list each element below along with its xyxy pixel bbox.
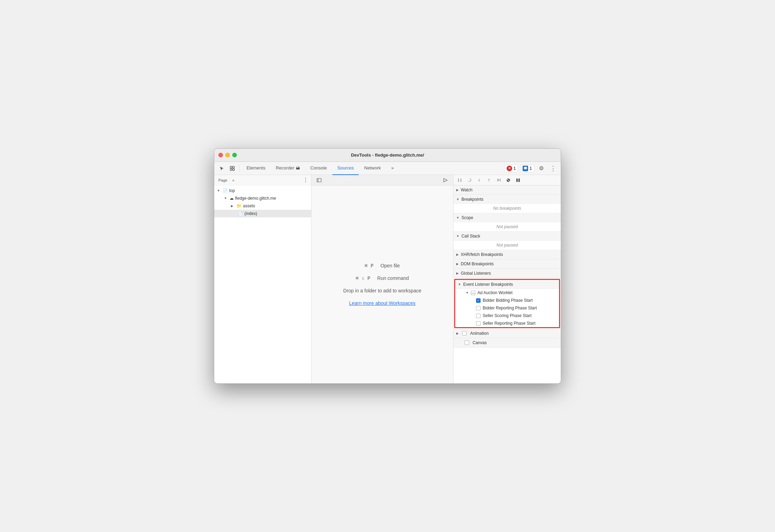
watch-section: ▶ Watch bbox=[453, 185, 561, 195]
breakpoints-arrow: ▼ bbox=[456, 198, 459, 201]
open-file-label: Open file bbox=[381, 263, 400, 268]
folder-icon-top: 📄 bbox=[223, 188, 228, 193]
maximize-button[interactable] bbox=[232, 153, 237, 157]
call-stack-arrow: ▼ bbox=[456, 234, 459, 238]
animation-checkbox[interactable] bbox=[462, 331, 467, 335]
message-icon: 💬 bbox=[523, 166, 528, 171]
pause-button[interactable] bbox=[456, 176, 464, 184]
settings-button[interactable]: ⚙ bbox=[536, 164, 546, 173]
step-into-button[interactable] bbox=[475, 176, 483, 184]
tab-elements[interactable]: Elements bbox=[242, 162, 270, 175]
step-out-icon bbox=[487, 178, 491, 182]
watch-arrow: ▶ bbox=[456, 188, 459, 192]
panel-more-options[interactable]: ⋮ bbox=[303, 177, 308, 183]
svg-rect-19 bbox=[516, 178, 518, 182]
seller-scoring-checkbox[interactable] bbox=[476, 314, 481, 318]
bidder-bidding-checkbox[interactable] bbox=[476, 298, 481, 303]
breakpoints-icon bbox=[506, 178, 511, 183]
sidebar-toggle-button[interactable] bbox=[314, 176, 324, 184]
tree-item-label-assets: assets bbox=[243, 203, 255, 208]
animation-section: ▶ Animation bbox=[453, 329, 561, 338]
main-area: Page » ⋮ ▼ 📄 top ▼ ☁ fledge-demo.glitch.… bbox=[214, 175, 561, 383]
error-badge-button[interactable]: ✕ 1 bbox=[504, 165, 518, 172]
xhr-section-header[interactable]: ▶ XHR/fetch Breakpoints bbox=[453, 250, 561, 259]
step-over-button[interactable] bbox=[465, 176, 474, 184]
animation-section-header[interactable]: ▶ Animation bbox=[453, 329, 561, 338]
page-more-icon[interactable]: » bbox=[231, 177, 236, 183]
bidder-bidding-item[interactable]: Bidder Bidding Phase Start bbox=[455, 297, 559, 304]
breakpoints-section-header[interactable]: ▼ Breakpoints bbox=[453, 195, 561, 204]
step-out-button[interactable] bbox=[485, 176, 493, 184]
call-stack-content: Not paused bbox=[453, 241, 561, 250]
tab-recorder[interactable]: Recorder 🏔 bbox=[271, 162, 305, 175]
bidder-reporting-checkbox[interactable] bbox=[476, 306, 481, 310]
ad-auction-checkbox[interactable]: — bbox=[471, 291, 475, 295]
right-panel-body: ▶ Watch ▼ Breakpoints No breakpoints bbox=[453, 185, 561, 383]
tab-console[interactable]: Console bbox=[306, 162, 332, 175]
svg-rect-0 bbox=[230, 166, 232, 168]
tree-item-index[interactable]: 📄 (index) bbox=[214, 210, 311, 217]
event-listener-section-header[interactable]: ▼ Event Listener Breakpoints bbox=[455, 280, 559, 289]
more-options-button[interactable]: ⋮ bbox=[548, 164, 558, 173]
workspace-link[interactable]: Learn more about Workspaces bbox=[349, 300, 415, 306]
format-button[interactable] bbox=[441, 176, 450, 184]
debugger-toolbar bbox=[453, 175, 561, 185]
scope-section: ▼ Scope Not paused bbox=[453, 213, 561, 232]
ad-auction-worklet-header[interactable]: ▼ — Ad Auction Worklet bbox=[455, 289, 559, 297]
minimize-button[interactable] bbox=[225, 153, 230, 157]
canvas-checkbox[interactable] bbox=[465, 340, 469, 345]
inspect-icon bbox=[230, 166, 235, 171]
seller-reporting-checkbox[interactable] bbox=[476, 321, 481, 326]
bidder-reporting-item[interactable]: Bidder Reporting Phase Start bbox=[455, 304, 559, 312]
cursor-tool-button[interactable] bbox=[217, 164, 227, 173]
seller-reporting-item[interactable]: Seller Reporting Phase Start bbox=[455, 319, 559, 327]
seller-scoring-item[interactable]: Seller Scoring Phase Start bbox=[455, 312, 559, 319]
call-stack-section-header[interactable]: ▼ Call Stack bbox=[453, 232, 561, 241]
tree-item-domain[interactable]: ▼ ☁ fledge-demo.glitch.me bbox=[214, 194, 311, 202]
right-panel: ▶ Watch ▼ Breakpoints No breakpoints bbox=[453, 175, 561, 383]
format-icon bbox=[443, 178, 448, 183]
bidder-reporting-label: Bidder Reporting Phase Start bbox=[483, 306, 537, 310]
canvas-section-header[interactable]: Canvas bbox=[453, 338, 561, 347]
step-into-icon bbox=[477, 178, 481, 182]
run-command-key: ⌘ ⇧ P bbox=[356, 275, 370, 281]
left-panel: Page » ⋮ ▼ 📄 top ▼ ☁ fledge-demo.glitch.… bbox=[214, 175, 311, 383]
scope-content: Not paused bbox=[453, 222, 561, 231]
close-button[interactable] bbox=[218, 153, 223, 157]
tree-item-top[interactable]: ▼ 📄 top bbox=[214, 187, 311, 194]
canvas-label: Canvas bbox=[473, 340, 487, 345]
tab-network[interactable]: Network bbox=[359, 162, 386, 175]
inspect-button[interactable] bbox=[227, 164, 237, 173]
pause-exceptions-icon bbox=[516, 178, 520, 183]
deactivate-breakpoints-button[interactable] bbox=[504, 176, 512, 184]
cursor-icon bbox=[219, 166, 224, 171]
window-title: DevTools - fledge-demo.glitch.me/ bbox=[351, 152, 424, 158]
message-badge-button[interactable]: 💬 1 bbox=[520, 165, 534, 172]
canvas-section: Canvas bbox=[453, 338, 561, 348]
ad-auction-arrow: ▼ bbox=[466, 291, 469, 294]
xhr-label: XHR/fetch Breakpoints bbox=[461, 252, 503, 257]
breakpoints-label: Breakpoints bbox=[461, 197, 483, 202]
dom-section-header[interactable]: ▶ DOM Breakpoints bbox=[453, 259, 561, 268]
tab-more[interactable]: » bbox=[386, 162, 399, 175]
call-stack-section: ▼ Call Stack Not paused bbox=[453, 232, 561, 250]
pause-on-exceptions-button[interactable] bbox=[514, 176, 522, 184]
ad-auction-label: Ad Auction Worklet bbox=[477, 290, 512, 295]
title-bar: DevTools - fledge-demo.glitch.me/ bbox=[214, 149, 561, 162]
expand-arrow-assets: ▶ bbox=[231, 204, 235, 208]
page-label[interactable]: Page bbox=[217, 177, 229, 183]
tree-item-assets[interactable]: ▶ 📁 assets bbox=[214, 202, 311, 210]
global-listeners-header[interactable]: ▶ Global Listeners bbox=[453, 269, 561, 278]
tab-sources[interactable]: Sources bbox=[332, 162, 359, 175]
middle-toolbar bbox=[311, 175, 453, 185]
watch-section-header[interactable]: ▶ Watch bbox=[453, 185, 561, 194]
animation-label: Animation bbox=[470, 331, 489, 336]
devtools-window: DevTools - fledge-demo.glitch.me/ Elemen… bbox=[214, 148, 561, 384]
scope-section-header[interactable]: ▼ Scope bbox=[453, 213, 561, 222]
svg-marker-6 bbox=[444, 178, 447, 182]
run-command-label: Run command bbox=[377, 275, 409, 281]
panel-toolbar: Page » ⋮ bbox=[214, 175, 311, 185]
step-button[interactable] bbox=[494, 176, 503, 184]
svg-rect-2 bbox=[230, 169, 232, 171]
dom-label: DOM Breakpoints bbox=[461, 261, 494, 266]
